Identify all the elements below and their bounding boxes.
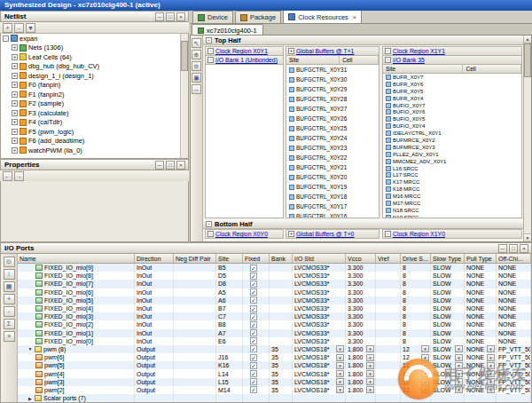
site-row[interactable]: K17:MRCC bbox=[383, 178, 521, 186]
io-port-row[interactable]: FIXED_IO_mio[2]InOutB8✓LVCMOS33*3.3008SL… bbox=[18, 320, 531, 328]
netlist-item[interactable]: +F4 (calTdlr) bbox=[1, 118, 181, 128]
fixed-checkbox[interactable]: ✓ bbox=[250, 288, 257, 296]
io-port-row[interactable]: FIXED_IO_mio[9]InOutB5✓LVCMOS33*3.3008SL… bbox=[18, 264, 531, 272]
clock-region-x0y1-link[interactable]: Clock Region X0Y1 bbox=[215, 48, 268, 54]
site-row[interactable]: BUFIO_X0Y7 bbox=[383, 102, 521, 109]
column-header[interactable]: Pull Type bbox=[465, 254, 497, 263]
site-row[interactable]: BUFGCTRL_X0Y19 bbox=[286, 182, 379, 192]
collapse-icon[interactable]: - bbox=[207, 57, 214, 63]
fixed-checkbox[interactable]: ✓ bbox=[250, 345, 257, 352]
site-row[interactable]: L16:SRCC bbox=[383, 165, 521, 172]
io-port-row[interactable]: FIXED_IO_mio[4]InOutB7✓LVCMOS33*3.3008SL… bbox=[18, 304, 531, 312]
select-icon[interactable]: ↖ bbox=[192, 38, 201, 48]
netlist-item[interactable]: +Leaf Cells (64) bbox=[1, 52, 181, 62]
netlist-item[interactable]: +F2 (sample) bbox=[1, 99, 181, 109]
site-row[interactable]: M16:MRCC bbox=[383, 193, 521, 200]
site-row[interactable]: L17:SRCC bbox=[383, 171, 521, 178]
sum-icon[interactable]: Σ bbox=[4, 319, 15, 329]
fixed-checkbox[interactable]: ✓ bbox=[250, 305, 257, 312]
collapse-icon[interactable]: - bbox=[206, 37, 212, 43]
global-buffers-bottom-link[interactable]: Global Buffers @ T+0 bbox=[296, 231, 354, 237]
minimize-icon[interactable]: ─ bbox=[155, 12, 164, 21]
io-port-row[interactable]: FIXED_IO_mio[0]InOutE6✓LVCMOS33*3.3008SL… bbox=[18, 337, 531, 345]
site-row[interactable]: BUFGCTRL_X0Y23 bbox=[286, 143, 379, 153]
forward-icon[interactable]: → bbox=[14, 171, 24, 181]
column-header[interactable]: Drive S... bbox=[401, 254, 431, 263]
sort-icon[interactable]: ↕ bbox=[4, 269, 15, 280]
expand-icon[interactable]: + bbox=[288, 48, 294, 54]
dropdown-icon[interactable]: ▼ bbox=[421, 354, 429, 361]
tab-device[interactable]: Device bbox=[192, 11, 233, 23]
site-row[interactable]: BUFR_X0Y6 bbox=[383, 81, 521, 88]
global-buffers-link[interactable]: Global Buffers @ T+1 bbox=[296, 48, 354, 54]
top-half-header[interactable]: - Top Half bbox=[203, 36, 523, 45]
chevron-down-icon[interactable]: ▼ bbox=[27, 346, 33, 352]
clock-scrollbar[interactable]: ▲ ▼ bbox=[523, 36, 531, 241]
site-row[interactable]: BUFGCTRL_X0Y26 bbox=[286, 114, 379, 123]
back-icon[interactable]: ← bbox=[3, 171, 12, 181]
fixed-checkbox[interactable]: ✓ bbox=[250, 370, 257, 377]
expand-icon[interactable]: + bbox=[12, 82, 18, 88]
column-header[interactable]: Fixed bbox=[243, 254, 270, 263]
fixed-checkbox[interactable]: ✓ bbox=[250, 281, 257, 288]
site-row[interactable]: BUFGCTRL_X0Y20 bbox=[286, 172, 379, 182]
expand-icon[interactable]: + bbox=[12, 44, 18, 51]
site-row[interactable]: BUFGCTRL_X0Y28 bbox=[286, 94, 379, 104]
dropdown-icon[interactable]: ▼ bbox=[487, 362, 495, 369]
float-icon[interactable]: □ bbox=[166, 161, 175, 170]
netlist-item[interactable]: +Nets (1306) bbox=[1, 43, 181, 53]
column-header[interactable]: Bank bbox=[270, 254, 293, 263]
scrollbar-thumb[interactable] bbox=[181, 41, 188, 71]
netlist-item[interactable]: -expan bbox=[1, 34, 181, 43]
site-row[interactable]: BUFGCTRL_X0Y31 bbox=[286, 65, 379, 75]
netlist-scrollbar[interactable] bbox=[180, 34, 188, 158]
expand-icon[interactable]: + bbox=[12, 73, 18, 79]
clock-region-x1y0-link[interactable]: Clock Region X1Y0 bbox=[393, 231, 445, 237]
expand-icon[interactable]: + bbox=[12, 54, 18, 60]
float-icon[interactable]: □ bbox=[509, 244, 518, 253]
io-port-row[interactable]: FIXED_IO_mio[7]InOutD8✓LVCMOS33*3.3008SL… bbox=[18, 280, 531, 288]
dropdown-icon[interactable]: ▼ bbox=[336, 386, 344, 393]
netlist-item[interactable]: +F5 (pwm_logic) bbox=[1, 127, 181, 137]
io-port-row[interactable]: FIXED_IO_mio[3]InOutC7✓LVCMOS33*3.3008SL… bbox=[18, 312, 531, 320]
site-row[interactable]: BUFGCTRL_X0Y29 bbox=[286, 84, 379, 94]
io-port-row[interactable]: pwm[6]OutputJ16✓35LVCMOS18*▼1.800▼12▼SLO… bbox=[18, 353, 531, 361]
site-row[interactable]: BUFGCTRL_X0Y24 bbox=[286, 133, 379, 143]
close-icon[interactable]: × bbox=[353, 14, 356, 20]
io-bank-35-link[interactable]: I/O Bank 35 bbox=[393, 57, 425, 63]
close-icon[interactable]: × bbox=[176, 161, 185, 170]
site-row[interactable]: BUFR_X0Y5 bbox=[383, 88, 521, 95]
dropdown-icon[interactable]: ▼ bbox=[421, 362, 429, 369]
dropdown-icon[interactable]: ▼ bbox=[487, 378, 495, 385]
io-bank-1-link[interactable]: I/O Bank 1 (Unbonded) bbox=[215, 57, 278, 63]
site-row[interactable]: MMCME2_ADV_X0Y1 bbox=[383, 158, 521, 165]
expand-icon[interactable]: + bbox=[12, 119, 18, 125]
bottom-half-header[interactable]: - Bottom Half bbox=[203, 219, 523, 229]
expand-all-icon[interactable]: + bbox=[3, 23, 12, 33]
fixed-checkbox[interactable]: ✓ bbox=[250, 378, 257, 385]
fixed-checkbox[interactable]: ✓ bbox=[250, 362, 257, 369]
dropdown-icon[interactable]: ▼ bbox=[421, 386, 429, 393]
fixed-checkbox[interactable]: ✓ bbox=[250, 329, 257, 336]
site-row[interactable]: BUFMRCE_X0Y2 bbox=[383, 137, 521, 144]
tab-package[interactable]: Package bbox=[235, 11, 281, 23]
io-port-row[interactable]: FIXED_IO_mio[6]InOutA5✓LVCMOS33*3.3008SL… bbox=[18, 288, 531, 296]
column-header[interactable]: Vref bbox=[376, 254, 401, 263]
collapse-icon[interactable]: - bbox=[207, 48, 214, 54]
column-header[interactable]: Off-Chi... bbox=[497, 254, 531, 263]
site-row[interactable]: BUFGCTRL_X0Y18 bbox=[286, 192, 379, 202]
minimize-icon[interactable]: ─ bbox=[498, 244, 507, 253]
dropdown-icon[interactable]: ▼ bbox=[366, 345, 374, 352]
dropdown-icon[interactable]: ▼ bbox=[455, 370, 463, 377]
site-row[interactable]: K18:MRCC bbox=[383, 186, 521, 193]
scroll-up-icon[interactable]: ▲ bbox=[524, 36, 531, 43]
dropdown-icon[interactable]: ▼ bbox=[366, 378, 374, 385]
io-port-row[interactable]: ▶Scalar ports (7) bbox=[18, 394, 531, 402]
minimize-icon[interactable]: ─ bbox=[155, 161, 164, 170]
close-icon[interactable]: × bbox=[520, 244, 528, 253]
site-row[interactable]: M17:MRCC bbox=[383, 200, 521, 207]
tab-clock-resources[interactable]: Clock Resources× bbox=[283, 11, 362, 23]
column-header[interactable]: Neg Diff Pair bbox=[174, 254, 216, 263]
site-row[interactable]: BUFR_X0Y7 bbox=[383, 74, 521, 81]
io-port-row[interactable]: FIXED_IO_mio[8]InOutD5✓LVCMOS33*3.3008SL… bbox=[18, 272, 531, 280]
